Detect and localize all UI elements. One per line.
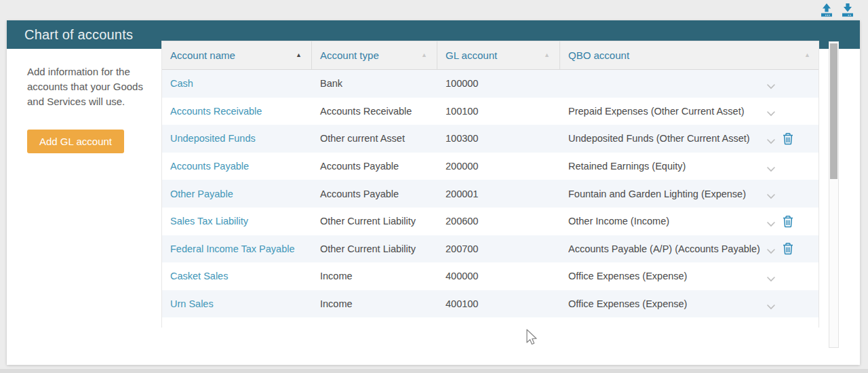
account-name-link[interactable]: Casket Rental - Cremation xyxy=(170,326,286,328)
qbo-account-cell: Other Income (Income) xyxy=(560,215,819,228)
gl-account-cell: 100100 xyxy=(437,106,560,117)
qbo-account-cell: Undeposited Funds (Other Current Asset) xyxy=(560,132,819,145)
row-actions xyxy=(766,215,794,228)
chevron-down-icon[interactable] xyxy=(766,246,776,252)
account-name-cell: Casket Sales xyxy=(162,271,312,281)
gl-account-cell: 100300 xyxy=(437,133,560,144)
row-actions xyxy=(766,160,794,173)
sort-asc-icon: ▲ xyxy=(421,52,427,58)
account-type-cell: Bank xyxy=(312,78,437,89)
account-name-link[interactable]: Accounts Receivable xyxy=(170,106,262,117)
window-bottom-edge xyxy=(0,369,868,373)
qbo-account-cell xyxy=(560,77,819,90)
sort-asc-icon: ▲ xyxy=(296,52,302,58)
account-name-link[interactable]: Urn Sales xyxy=(170,298,214,309)
gl-account-cell: 400200 xyxy=(437,326,560,328)
scrollbar-thumb[interactable] xyxy=(830,43,837,179)
qbo-account-value: Accounts Payable (A/P) (Accounts Payable… xyxy=(568,243,766,254)
row-actions xyxy=(766,242,794,255)
gl-account-cell: 100000 xyxy=(437,78,560,89)
qbo-account-cell: Fountain and Garden Lighting (Expense) xyxy=(560,187,819,200)
column-label: GL account xyxy=(446,50,497,61)
account-name-cell: Accounts Receivable xyxy=(162,106,312,117)
column-header-gl-account[interactable]: GL account ▲ xyxy=(437,41,560,69)
table-scrollbar[interactable] xyxy=(829,41,839,348)
column-label: Account type xyxy=(320,50,379,61)
delete-icon[interactable] xyxy=(782,132,794,145)
account-name-cell: Sales Tax Liability xyxy=(162,216,312,227)
account-name-cell: Other Payable xyxy=(162,189,312,199)
column-label: QBO account xyxy=(568,50,629,61)
gl-account-cell: 200600 xyxy=(437,216,560,227)
sort-asc-icon: ▲ xyxy=(544,52,550,58)
chevron-down-icon[interactable] xyxy=(766,81,776,87)
table-row: Accounts Receivable Accounts Receivable … xyxy=(162,98,818,125)
qbo-account-value: Retained Earnings (Equity) xyxy=(568,161,766,172)
download-button[interactable] xyxy=(841,3,854,18)
upload-button[interactable] xyxy=(820,3,833,18)
account-name-link[interactable]: Undeposited Funds xyxy=(170,133,256,144)
table-row: Urn Sales Income 400100 Office Expenses … xyxy=(162,290,818,318)
account-name-link[interactable]: Casket Sales xyxy=(170,271,228,281)
chevron-down-icon[interactable] xyxy=(766,218,776,224)
account-type-cell: Accounts Receivable xyxy=(312,106,437,117)
page-title: Chart of accounts xyxy=(24,27,133,43)
chevron-down-icon[interactable] xyxy=(766,108,776,114)
row-actions xyxy=(766,187,794,200)
accounts-table: Account name ▲ Account type ▲ GL account… xyxy=(161,41,819,328)
account-name-link[interactable]: Cash xyxy=(170,78,193,89)
table-row: Casket Sales Income 400000 Office Expens… xyxy=(162,262,818,290)
row-actions xyxy=(766,77,794,90)
qbo-account-cell: Miscellaneous (Other Expense) xyxy=(560,325,819,328)
gl-account-cell: 200700 xyxy=(437,243,560,254)
qbo-account-cell: Accounts Payable (A/P) (Accounts Payable… xyxy=(560,242,819,255)
sidebar: Add information for the accounts that yo… xyxy=(27,64,163,153)
sidebar-description: Add information for the accounts that yo… xyxy=(27,64,146,109)
account-type-cell: Accounts Payable xyxy=(312,189,437,199)
qbo-account-value: Prepaid Expenses (Other Current Asset) xyxy=(568,106,766,117)
row-actions xyxy=(766,104,794,117)
account-type-cell: Other Current Liability xyxy=(312,243,437,254)
column-header-account-name[interactable]: Account name ▲ xyxy=(162,41,312,69)
account-type-cell: Income xyxy=(312,271,437,281)
account-name-link[interactable]: Sales Tax Liability xyxy=(170,216,248,227)
account-name-link[interactable]: Accounts Payable xyxy=(170,161,249,172)
account-name-cell: Casket Rental - Cremation xyxy=(162,326,312,328)
gl-account-cell: 400000 xyxy=(437,271,560,281)
account-type-cell: Income xyxy=(312,298,437,309)
qbo-account-value: Miscellaneous (Other Expense) xyxy=(568,326,766,328)
gl-account-cell: 400100 xyxy=(437,298,560,309)
column-header-qbo-account[interactable]: QBO account ▲ xyxy=(560,41,819,69)
gl-account-cell: 200001 xyxy=(437,189,560,199)
chevron-down-icon[interactable] xyxy=(766,301,776,307)
account-type-cell: Accounts Payable xyxy=(312,161,437,172)
row-actions xyxy=(766,298,794,311)
delete-icon[interactable] xyxy=(782,242,794,255)
column-header-account-type[interactable]: Account type ▲ xyxy=(312,41,437,69)
qbo-account-value: Fountain and Garden Lighting (Expense) xyxy=(568,189,766,199)
qbo-account-value: Office Expenses (Expense) xyxy=(568,298,766,309)
account-name-link[interactable]: Other Payable xyxy=(170,189,233,199)
account-name-cell: Cash xyxy=(162,78,312,89)
table-row: Other Payable Accounts Payable 200001 Fo… xyxy=(162,180,818,208)
table-row: Casket Rental - Cremation Income 400200 … xyxy=(162,317,818,328)
qbo-account-value: Other Income (Income) xyxy=(568,216,766,227)
import-export-toolbar xyxy=(820,3,854,18)
column-label: Account name xyxy=(170,50,235,61)
chevron-down-icon[interactable] xyxy=(766,136,776,142)
account-type-cell: Other Current Liability xyxy=(312,216,437,227)
row-actions xyxy=(766,270,794,283)
qbo-account-value: Office Expenses (Expense) xyxy=(568,271,766,281)
qbo-account-value: Undeposited Funds (Other Current Asset) xyxy=(568,133,766,144)
chevron-down-icon[interactable] xyxy=(766,273,776,279)
download-icon xyxy=(841,9,854,20)
sort-asc-icon: ▲ xyxy=(804,52,810,58)
add-gl-account-button[interactable]: Add GL account xyxy=(27,130,124,153)
account-type-cell: Other current Asset xyxy=(312,133,437,144)
account-name-link[interactable]: Federal Income Tax Payable xyxy=(170,243,295,254)
chevron-down-icon[interactable] xyxy=(766,163,776,170)
table-row: Federal Income Tax Payable Other Current… xyxy=(162,235,818,263)
table-header-row: Account name ▲ Account type ▲ GL account… xyxy=(162,41,818,70)
chevron-down-icon[interactable] xyxy=(766,191,776,197)
delete-icon[interactable] xyxy=(782,215,794,228)
